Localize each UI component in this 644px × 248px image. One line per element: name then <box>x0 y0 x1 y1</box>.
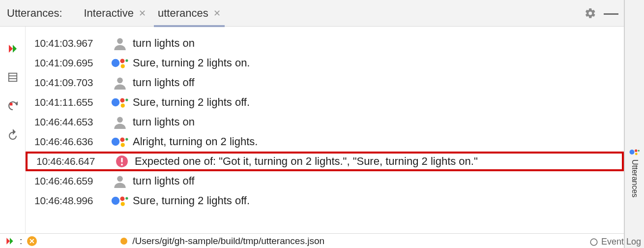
svg-rect-2 <box>8 73 17 82</box>
assistant-icon <box>111 193 129 208</box>
log-row: 10:46:48.996Sure, turning 2 lights off. <box>26 191 624 211</box>
svg-point-36 <box>638 150 639 152</box>
svg-point-32 <box>590 239 597 246</box>
svg-point-27 <box>120 196 124 201</box>
warning-dot-icon <box>120 238 127 245</box>
status-separator: : <box>20 236 22 247</box>
assistant-icon <box>629 148 640 156</box>
svg-marker-0 <box>9 45 13 53</box>
svg-point-18 <box>112 138 119 146</box>
layout-icon[interactable] <box>5 70 20 85</box>
svg-point-21 <box>125 138 128 140</box>
right-rail: Utterances <box>624 0 644 248</box>
timestamp: 10:41:03.967 <box>34 37 107 49</box>
svg-point-20 <box>121 143 125 147</box>
svg-point-7 <box>117 38 123 44</box>
svg-point-26 <box>112 197 119 205</box>
log-row: 10:41:09.703turn lights off <box>26 73 624 93</box>
svg-point-8 <box>112 59 119 67</box>
log-message: Sure, turning 2 lights off. <box>133 96 250 109</box>
svg-rect-5 <box>10 103 12 105</box>
svg-point-13 <box>112 98 119 106</box>
svg-point-28 <box>121 202 125 206</box>
svg-point-19 <box>120 137 124 142</box>
minimize-icon[interactable]: — <box>604 6 618 20</box>
user-icon <box>111 76 129 90</box>
timestamp: 10:46:46.647 <box>36 155 109 167</box>
undo-icon[interactable] <box>5 127 20 142</box>
tab-bar: Utterances: Interactive ✕ utterances ✕ — <box>0 0 624 27</box>
timestamp: 10:46:46.636 <box>34 136 107 148</box>
svg-point-29 <box>125 197 128 199</box>
svg-marker-31 <box>10 238 13 244</box>
log-output: 10:41:03.967turn lights on10:41:09.695Su… <box>26 27 624 233</box>
log-row: 10:46:46.659turn lights off <box>26 171 624 191</box>
log-message: turn lights on <box>133 116 195 128</box>
run-split-icon[interactable] <box>5 41 20 56</box>
assistant-icon <box>111 56 129 70</box>
tab-label: utterances <box>158 7 208 20</box>
tab-interactive[interactable]: Interactive ✕ <box>80 0 150 27</box>
svg-point-11 <box>125 59 128 62</box>
log-message: turn lights on <box>133 37 195 50</box>
stop-icon[interactable]: ✕ <box>27 236 37 246</box>
panel-title: Utterances: <box>7 7 62 20</box>
svg-marker-1 <box>13 45 17 53</box>
timestamp: 10:41:09.695 <box>34 57 107 69</box>
rail-tab-utterances[interactable]: Utterances <box>629 148 640 197</box>
log-message: turn lights off <box>133 175 195 187</box>
svg-point-16 <box>125 98 128 101</box>
status-bar: : ✕ /Users/git/gh-sample/build/tmp/utter… <box>0 233 624 248</box>
status-path: /Users/git/gh-sample/build/tmp/utterance… <box>132 236 324 247</box>
svg-point-24 <box>121 164 123 166</box>
assistant-icon <box>111 95 129 110</box>
close-icon[interactable]: ✕ <box>213 9 221 18</box>
error-icon <box>113 155 131 168</box>
svg-point-12 <box>117 78 123 84</box>
assistant-icon <box>111 134 129 149</box>
user-icon <box>111 36 129 50</box>
timestamp: 10:46:44.653 <box>34 116 107 128</box>
svg-point-35 <box>635 153 637 155</box>
tab-label: Interactive <box>84 7 134 20</box>
log-row: 10:41:11.655Sure, turning 2 lights off. <box>26 93 624 112</box>
svg-point-17 <box>117 117 123 123</box>
event-log-link[interactable]: Event Log <box>589 237 641 247</box>
svg-point-14 <box>120 98 124 102</box>
log-message: turn lights off <box>133 76 195 89</box>
log-row: 10:41:09.695Sure, turning 2 lights on. <box>26 53 624 73</box>
svg-point-10 <box>121 64 125 68</box>
user-icon <box>111 115 129 129</box>
svg-point-9 <box>120 59 124 63</box>
log-row: 10:46:44.653turn lights on <box>26 112 624 132</box>
svg-point-33 <box>629 150 634 155</box>
timestamp: 10:41:11.655 <box>34 96 107 108</box>
log-row: 10:46:46.647Expected one of: "Got it, tu… <box>26 152 624 171</box>
run-split-icon[interactable] <box>5 236 15 246</box>
close-icon[interactable]: ✕ <box>139 9 146 18</box>
log-row: 10:41:03.967turn lights on <box>26 33 624 53</box>
svg-point-15 <box>121 103 125 107</box>
log-message: Alright, turning on 2 lights. <box>133 135 258 148</box>
log-row: 10:46:46.636Alright, turning on 2 lights… <box>26 132 624 152</box>
gear-icon[interactable] <box>584 6 597 20</box>
log-message: Sure, turning 2 lights on. <box>133 57 250 69</box>
svg-point-34 <box>635 150 638 153</box>
log-message: Sure, turning 2 lights off. <box>133 194 250 207</box>
svg-rect-23 <box>121 157 122 162</box>
svg-marker-30 <box>6 238 10 244</box>
refresh-icon[interactable] <box>5 98 20 113</box>
error-message: Expected one of: "Got it, turning on 2 l… <box>135 155 478 168</box>
tab-utterances[interactable]: utterances ✕ <box>154 0 225 27</box>
timestamp: 10:46:48.996 <box>34 195 107 207</box>
left-toolbar <box>0 27 26 233</box>
timestamp: 10:41:09.703 <box>34 77 107 89</box>
user-icon <box>111 174 129 188</box>
timestamp: 10:46:46.659 <box>34 175 107 187</box>
svg-point-25 <box>117 176 123 182</box>
